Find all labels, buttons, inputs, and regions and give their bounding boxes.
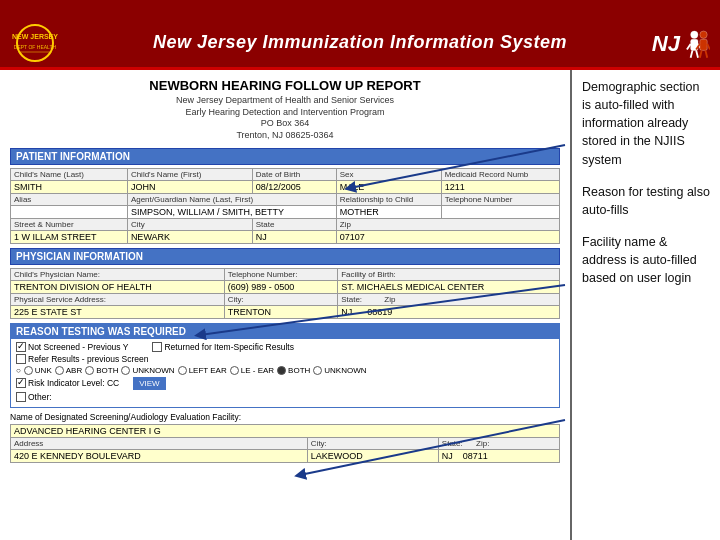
label-dob: Date of Birth — [252, 168, 336, 180]
nj-logo: NJ — [650, 24, 710, 62]
label-city: City — [127, 218, 252, 230]
reason-section-header: REASON TESTING WAS REQUIRED — [11, 324, 559, 339]
label-physician-address: Physical Service Address: — [11, 293, 225, 305]
reason-checkboxes-row2: Refer Results - previous Screen — [16, 354, 554, 364]
value-sex[interactable]: MALE — [336, 180, 441, 193]
value-medicaid[interactable]: 1211 — [441, 180, 559, 193]
label-zip: Zip — [336, 218, 559, 230]
patient-section-header: PATIENT INFORMATION — [10, 148, 560, 165]
cb-not-screened[interactable]: Not Screened - Previous Y — [16, 342, 128, 352]
physician-info-table: Child's Physician Name: Telephone Number… — [10, 268, 560, 319]
value-dob[interactable]: 08/12/2005 — [252, 180, 336, 193]
radio-abr[interactable]: ABR — [55, 366, 82, 375]
reason-section: REASON TESTING WAS REQUIRED Not Screened… — [10, 323, 560, 408]
radio-both2[interactable]: BOTH — [277, 366, 310, 375]
svg-point-5 — [691, 31, 698, 38]
label-sex: Sex — [336, 168, 441, 180]
label-state: State — [252, 218, 336, 230]
header: NEW JERSEY DEPT OF HEALTH New Jersey Imm… — [0, 18, 720, 70]
value-physician-state-zip[interactable]: NJ 08619 — [338, 305, 560, 318]
label-facility-address: Address — [11, 437, 308, 449]
label-physician-name: Child's Physician Name: — [11, 268, 225, 280]
svg-rect-12 — [700, 39, 707, 50]
label-guardian: Agent/Guardian Name (Last, First) — [127, 193, 336, 205]
main-layout: NEWBORN HEARING FOLLOW UP REPORT New Jer… — [0, 70, 720, 540]
cb-returned[interactable]: Returned for Item-Specific Results — [152, 342, 293, 352]
physician-section-header: PHYSICIAN INFORMATION — [10, 248, 560, 265]
value-last-name[interactable]: SMITH — [11, 180, 128, 193]
form-area: NEWBORN HEARING FOLLOW UP REPORT New Jer… — [0, 70, 570, 540]
label-medicaid: Medicaid Record Numb — [441, 168, 559, 180]
value-facility-name[interactable]: ADVANCED HEARING CENTER I G — [11, 424, 560, 437]
value-physician-facility[interactable]: ST. MICHAELS MEDICAL CENTER — [338, 280, 560, 293]
form-subtitle: New Jersey Department of Health and Seni… — [10, 95, 560, 142]
value-physician-city[interactable]: TRENTON — [224, 305, 337, 318]
risk-row: Risk Indicator Level: CC VIEW — [16, 377, 554, 390]
value-physician-phone[interactable]: (609) 989 - 0500 — [224, 280, 337, 293]
radio-row: ○ UNK ABR BOTH UNKNOWN LEFT EAR LE - EAR… — [16, 366, 554, 375]
value-facility-city[interactable]: LAKEWOOD — [307, 449, 438, 462]
value-first-name[interactable]: JOHN — [127, 180, 252, 193]
sidebar-text-demographic: Demographic section is auto-filled with … — [582, 78, 710, 169]
cb-not-screened-box[interactable] — [16, 342, 26, 352]
radio-unknown2[interactable]: UNKNOWN — [313, 366, 366, 375]
svg-point-0 — [17, 25, 53, 61]
value-zip[interactable]: 07107 — [336, 230, 559, 243]
radio-both[interactable]: BOTH — [85, 366, 118, 375]
top-bar — [0, 0, 720, 18]
value-physician-address[interactable]: 225 E STATE ST — [11, 305, 225, 318]
svg-text:DEPT OF HEALTH: DEPT OF HEALTH — [14, 44, 57, 50]
radio-left-ear[interactable]: LEFT EAR — [178, 366, 227, 375]
value-alias[interactable] — [11, 205, 128, 218]
radio-unk[interactable]: UNK — [24, 366, 52, 375]
label-physician-state-zip: State: Zip — [338, 293, 560, 305]
cb-other[interactable]: Other: — [16, 392, 52, 402]
sidebar-text-reason: Reason for testing also auto-fills — [582, 183, 710, 219]
value-state[interactable]: NJ — [252, 230, 336, 243]
label-physician-city: City: — [224, 293, 337, 305]
header-title: New Jersey Immunization Information Syst… — [70, 32, 650, 53]
sidebar-block-reason: Reason for testing also auto-fills — [582, 183, 710, 219]
cb-refer[interactable]: Refer Results - previous Screen — [16, 354, 148, 364]
nj-seal-logo: NEW JERSEY DEPT OF HEALTH — [10, 23, 60, 63]
reason-checkboxes-row1: Not Screened - Previous Y Returned for I… — [16, 342, 554, 352]
svg-line-10 — [696, 50, 698, 57]
value-facility-address[interactable]: 420 E KENNEDY BOULEVARD — [11, 449, 308, 462]
label-relationship: Relationship to Child — [336, 193, 441, 205]
view-button[interactable]: VIEW — [133, 377, 165, 390]
cb-risk[interactable]: Risk Indicator Level: CC — [16, 378, 119, 388]
value-facility-state-zip[interactable]: NJ 08711 — [438, 449, 559, 462]
value-physician-name[interactable]: TRENTON DIVISION OF HEALTH — [11, 280, 225, 293]
label-first-name: Child's Name (First) — [127, 168, 252, 180]
label-last-name: Child's Name (Last) — [11, 168, 128, 180]
radio-unknown[interactable]: UNKNOWN — [121, 366, 174, 375]
label-physician-phone: Telephone Number: — [224, 268, 337, 280]
svg-line-15 — [700, 50, 702, 57]
patient-info-table: Child's Name (Last) Child's Name (First)… — [10, 168, 560, 244]
label-physician-facility: Facility of Birth: — [338, 268, 560, 280]
sidebar-text-facility: Facility name & address is auto-filled b… — [582, 233, 710, 287]
facility-table: ADVANCED HEARING CENTER I G Address City… — [10, 424, 560, 463]
svg-line-7 — [687, 43, 691, 49]
value-phone[interactable] — [441, 205, 559, 218]
cb-risk-box[interactable] — [16, 378, 26, 388]
svg-text:NJ: NJ — [652, 31, 681, 56]
cb-refer-box[interactable] — [16, 354, 26, 364]
svg-text:NEW JERSEY: NEW JERSEY — [12, 33, 58, 40]
other-row: Other: — [16, 392, 554, 402]
cb-returned-box[interactable] — [152, 342, 162, 352]
form-title: NEWBORN HEARING FOLLOW UP REPORT — [10, 78, 560, 93]
label-alias: Alias — [11, 193, 128, 205]
label-phone: Telephone Number — [441, 193, 559, 205]
value-guardian[interactable]: SIMPSON, WILLIAM / SMITH, BETTY — [127, 205, 336, 218]
value-street[interactable]: 1 W ILLAM STREET — [11, 230, 128, 243]
radio-left-ear2[interactable]: LE - EAR — [230, 366, 274, 375]
value-city[interactable]: NEWARK — [127, 230, 252, 243]
svg-line-9 — [691, 50, 693, 57]
svg-point-11 — [700, 31, 707, 38]
value-relationship[interactable]: MOTHER — [336, 205, 441, 218]
label-facility-state-zip: State: Zip: — [438, 437, 559, 449]
label-facility-city: City: — [307, 437, 438, 449]
cb-other-box[interactable] — [16, 392, 26, 402]
label-street: Street & Number — [11, 218, 128, 230]
